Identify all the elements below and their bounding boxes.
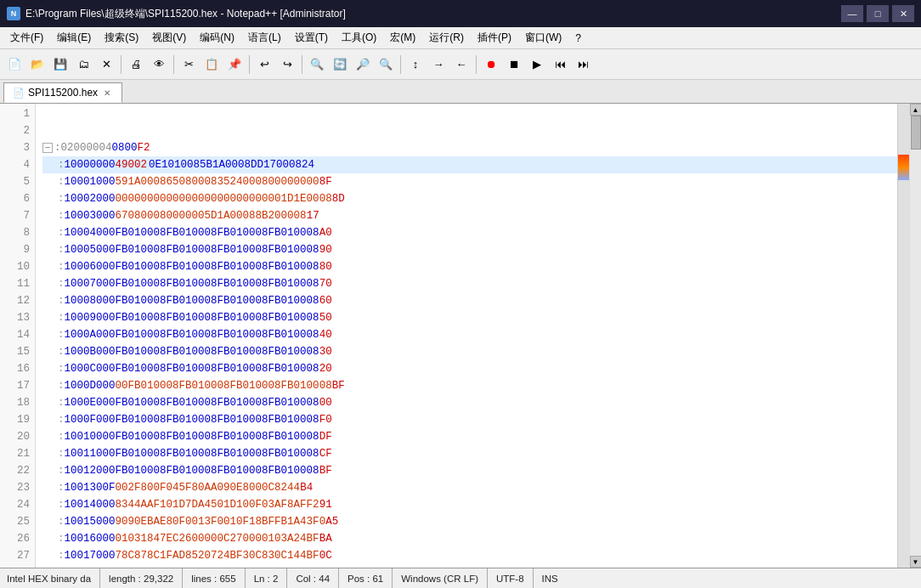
vertical-scrollbar[interactable]: ▲ ▼ [909, 104, 921, 568]
toolbar: 📄 📂 💾 🗂 ✕ 🖨 👁 ✂ 📋 📌 ↩ ↪ 🔍 🔄 🔎 🔍 ↕ → ← ⏺ … [0, 49, 921, 80]
macro-prev-button[interactable]: ⏮ [549, 54, 571, 76]
line-number-6: 6 [0, 190, 30, 207]
line-number-14: 14 [0, 326, 30, 343]
status-file-info: Intel HEX binary da [7, 568, 100, 588]
status-length: length : 29,322 [100, 568, 183, 588]
toolbar-separator-3 [249, 55, 250, 74]
line-number-4: 4 [0, 156, 30, 173]
menu-item-l[interactable]: 语言(L) [241, 28, 288, 48]
zoom-in-button[interactable]: 🔎 [352, 54, 374, 76]
status-encoding: UTF-8 [488, 568, 534, 588]
undo-button[interactable]: ↩ [253, 54, 275, 76]
menu-item-[interactable]: ? [568, 30, 588, 47]
status-bar: Intel HEX binary da length : 29,322 line… [0, 568, 921, 588]
menu-item-m[interactable]: 宏(M) [383, 28, 422, 48]
app-icon: N [7, 7, 20, 20]
line-number-22: 22 [0, 462, 30, 479]
save-button[interactable]: 💾 [49, 54, 71, 76]
replace-button[interactable]: 🔄 [329, 54, 351, 76]
close-button2[interactable]: ✕ [95, 54, 117, 76]
tab-spi115200[interactable]: 📄 SPI115200.hex ✕ [3, 82, 122, 103]
code-line-19: :10011000FB010008FB010008FB010008FB01000… [42, 445, 897, 462]
window-title: E:\Program Files\超级终端\SPI115200.hex - No… [25, 7, 346, 21]
line-number-23: 23 [0, 479, 30, 496]
unindent-button[interactable]: ← [450, 54, 472, 76]
status-ins-mode: INS [534, 568, 567, 588]
menu-item-s[interactable]: 搜索(S) [98, 28, 145, 48]
zoom-out-button[interactable]: 🔍 [375, 54, 397, 76]
maximize-button[interactable]: □ [867, 5, 889, 22]
menu-item-w[interactable]: 窗口(W) [518, 28, 568, 48]
menu-item-t[interactable]: 设置(T) [288, 28, 335, 48]
code-line-13: :1000B000FB010008FB010008FB010008FB01000… [42, 343, 897, 360]
cut-button[interactable]: ✂ [178, 54, 200, 76]
line-number-8: 8 [0, 224, 30, 241]
menu-item-v[interactable]: 视图(V) [145, 28, 193, 48]
fold-indicator-1[interactable]: — [42, 143, 53, 153]
minimize-button[interactable]: — [841, 5, 863, 22]
tab-label: SPI115200.hex [28, 87, 98, 99]
print-button[interactable]: 🖨 [125, 54, 147, 76]
code-line-21: :1001300F002F800F045F80AA090E8000C8244B4 [42, 479, 897, 496]
line-number-9: 9 [0, 241, 30, 258]
menu-item-f[interactable]: 文件(F) [3, 28, 50, 48]
code-line-15: :1000D00000FB010008FB010008FB010008FB010… [42, 377, 897, 394]
scroll-down-arrow[interactable]: ▼ [910, 556, 922, 568]
code-line-23: :100150009090EBAE80F0013F0010F18BFFB1A43… [42, 513, 897, 530]
scroll-track[interactable] [910, 116, 922, 556]
tab-close-button[interactable]: ✕ [101, 87, 113, 99]
line-number-26: 26 [0, 530, 30, 547]
status-ln: Ln : 2 [246, 568, 288, 588]
editor: 1234567891011121314151617181920212223242… [0, 104, 921, 568]
macro-stop-button[interactable]: ⏹ [503, 54, 525, 76]
toolbar-separator-4 [302, 55, 302, 74]
line-number-17: 17 [0, 377, 30, 394]
save-all-button[interactable]: 🗂 [72, 54, 94, 76]
macro-play-button[interactable]: ▶ [526, 54, 548, 76]
status-pos: Pos : 61 [339, 568, 393, 588]
code-line-25: :1001700078C878C1FAD8520724BF30C830C144B… [42, 547, 897, 564]
menu-item-n[interactable]: 编码(N) [193, 28, 241, 48]
menu-item-p[interactable]: 插件(P) [471, 28, 518, 48]
print-preview-button[interactable]: 👁 [148, 54, 170, 76]
line-number-18: 18 [0, 394, 30, 411]
minimap-highlight [898, 155, 909, 180]
macro-record-button[interactable]: ⏺ [480, 54, 502, 76]
new-button[interactable]: 📄 [3, 54, 25, 76]
find-button[interactable]: 🔍 [306, 54, 328, 76]
menu-item-r[interactable]: 运行(R) [422, 28, 471, 48]
code-line-6: :10004000FB010008FB010008FB010008FB01000… [42, 224, 897, 241]
scroll-up-arrow[interactable]: ▲ [910, 104, 922, 116]
code-line-17: :1000F000FB010008FB010008FB010008FB01000… [42, 411, 897, 428]
tab-bar: 📄 SPI115200.hex ✕ [0, 80, 921, 104]
status-lines: lines : 655 [183, 568, 245, 588]
line-numbers: 1234567891011121314151617181920212223242… [0, 104, 36, 568]
scroll-thumb[interactable] [911, 116, 921, 150]
toolbar-separator-1 [121, 55, 121, 74]
line-number-3: 3 [0, 139, 30, 156]
open-button[interactable]: 📂 [26, 54, 48, 76]
code-area[interactable]: —:020000040800F2:10000000490020E1010085B… [36, 104, 897, 568]
title-left: N E:\Program Files\超级终端\SPI115200.hex - … [7, 7, 346, 21]
line-number-1: 1 [0, 105, 30, 122]
macro-next-button[interactable]: ⏭ [572, 54, 594, 76]
close-button[interactable]: ✕ [892, 5, 914, 22]
line-number-7: 7 [0, 207, 30, 224]
line-number-13: 13 [0, 309, 30, 326]
paste-button[interactable]: 📌 [223, 54, 246, 76]
menu-item-o[interactable]: 工具(O) [335, 28, 383, 48]
indent-button[interactable]: → [427, 54, 449, 76]
code-line-11: :10009000FB010008FB010008FB010008FB01000… [42, 309, 897, 326]
minimap [897, 104, 909, 568]
menu-item-e[interactable]: 编辑(E) [50, 28, 98, 48]
line-number-24: 24 [0, 496, 30, 513]
code-line-3: :10001000591A000865080008352400080000000… [42, 173, 897, 190]
menu-bar: 文件(F)编辑(E)搜索(S)视图(V)编码(N)语言(L)设置(T)工具(O)… [0, 27, 921, 49]
copy-button[interactable]: 📋 [201, 54, 223, 76]
sort-button[interactable]: ↕ [404, 54, 427, 76]
line-number-27: 27 [0, 547, 30, 564]
code-line-12: :1000A000FB010008FB010008FB010008FB01000… [42, 326, 897, 343]
redo-button[interactable]: ↪ [276, 54, 298, 76]
code-line-4: :10002000000000000000000000000000001D1E0… [42, 190, 897, 207]
code-line-5: :10003000670800080000005D1A00088B2000081… [42, 207, 897, 224]
